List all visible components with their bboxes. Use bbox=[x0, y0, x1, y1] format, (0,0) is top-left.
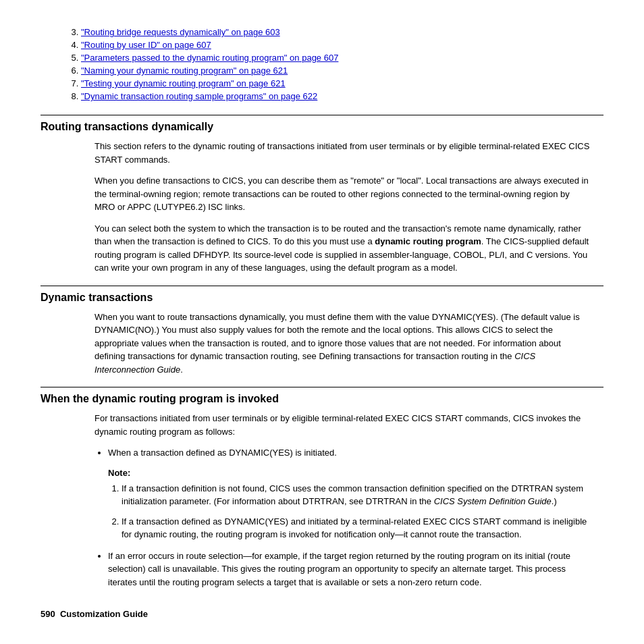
invoked-bullet-list: When a transaction defined as DYNAMIC(YE… bbox=[108, 446, 590, 460]
section-invoked-body: For transactions initiated from user ter… bbox=[95, 412, 590, 589]
intro-list: "Routing bridge requests dynamically" on… bbox=[81, 27, 603, 101]
list-item-5: "Parameters passed to the dynamic routin… bbox=[81, 53, 603, 63]
page-content: "Routing bridge requests dynamically" on… bbox=[41, 27, 603, 619]
list-item-7: "Testing your dynamic routing program" o… bbox=[81, 78, 603, 88]
link-naming[interactable]: "Naming your dynamic routing program" on… bbox=[81, 65, 288, 76]
routing-para-2: When you define transactions to CICS, yo… bbox=[95, 174, 590, 214]
italic-cics-system-def: CICS System Definition Guide bbox=[434, 496, 552, 506]
invoked-para-1: For transactions initiated from user ter… bbox=[95, 412, 590, 438]
note-item-1: If a transaction definition is not found… bbox=[122, 482, 590, 508]
link-sample-programs[interactable]: "Dynamic transaction routing sample prog… bbox=[81, 91, 317, 101]
list-item-8: "Dynamic transaction routing sample prog… bbox=[81, 91, 603, 101]
bullet-item-2: If an error occurs in route selection—fo… bbox=[108, 549, 590, 589]
link-parameters[interactable]: "Parameters passed to the dynamic routin… bbox=[81, 53, 338, 63]
routing-bold: dynamic routing program bbox=[375, 236, 481, 246]
routing-para-3: You can select both the system to which … bbox=[95, 222, 590, 275]
dynamic-para-1-after: in the bbox=[488, 351, 514, 361]
section-heading-dynamic: Dynamic transactions bbox=[41, 292, 603, 304]
link-testing[interactable]: "Testing your dynamic routing program" o… bbox=[81, 78, 286, 88]
list-item-6: "Naming your dynamic routing program" on… bbox=[81, 65, 603, 76]
section-divider-3 bbox=[41, 387, 603, 387]
section-heading-routing: Routing transactions dynamically bbox=[41, 121, 603, 133]
link-defining-transactions[interactable]: Defining transactions for transaction ro… bbox=[319, 351, 488, 361]
note-ordered-list: If a transaction definition is not found… bbox=[122, 482, 590, 541]
note-item-2: If a transaction defined as DYNAMIC(YES)… bbox=[122, 515, 590, 541]
section-divider-2 bbox=[41, 286, 603, 286]
list-item-4: "Routing by user ID" on page 607 bbox=[81, 40, 603, 50]
section-dynamic-body: When you want to route transactions dyna… bbox=[95, 311, 590, 377]
link-routing-bridge[interactable]: "Routing bridge requests dynamically" on… bbox=[81, 27, 280, 37]
link-dtrtran[interactable]: DTRTRAN bbox=[366, 496, 408, 506]
invoked-bullet-list-2: If an error occurs in route selection—fo… bbox=[108, 549, 590, 589]
link-routing-user-id[interactable]: "Routing by user ID" on page 607 bbox=[81, 40, 211, 50]
dynamic-para-1: When you want to route transactions dyna… bbox=[95, 311, 590, 377]
dynamic-para-1-end: . bbox=[180, 365, 183, 375]
section-routing-body: This section refers to the dynamic routi… bbox=[95, 140, 590, 275]
note-1-end: .) bbox=[552, 496, 557, 506]
footer-title: Customization Guide bbox=[60, 609, 148, 619]
section-heading-invoked: When the dynamic routing program is invo… bbox=[41, 393, 603, 405]
note-block: Note: If a transaction definition is not… bbox=[108, 468, 590, 541]
note-label: Note: bbox=[108, 468, 590, 478]
list-item-3: "Routing bridge requests dynamically" on… bbox=[81, 27, 603, 37]
page-footer: 590 Customization Guide bbox=[41, 609, 603, 619]
routing-para-1: This section refers to the dynamic routi… bbox=[95, 140, 590, 166]
note-1-after: in the bbox=[408, 496, 434, 506]
page-number: 590 bbox=[41, 609, 55, 619]
section-divider-1 bbox=[41, 115, 603, 115]
bullet-item-1: When a transaction defined as DYNAMIC(YE… bbox=[108, 446, 590, 460]
